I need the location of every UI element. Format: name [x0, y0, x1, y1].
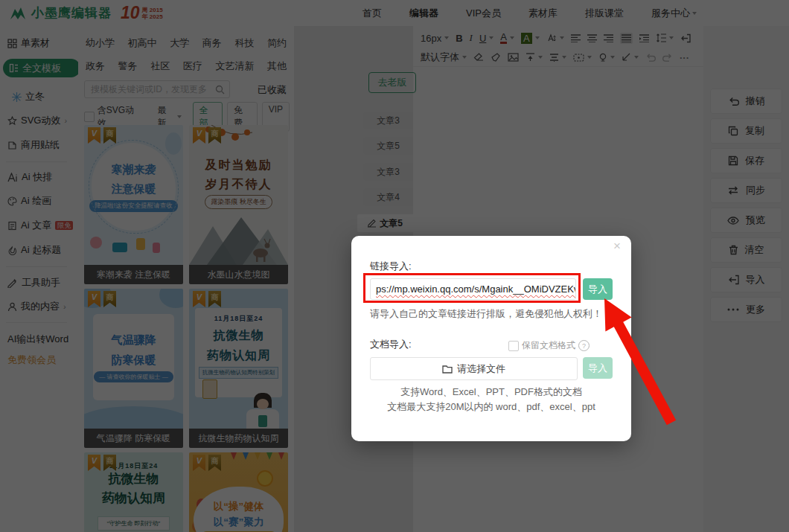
file-select-button[interactable]: 请选择文件: [370, 357, 578, 380]
annotation-highlight-box: [363, 273, 581, 303]
keep-format-checkbox[interactable]: [508, 341, 519, 351]
annotation-arrow: [582, 296, 680, 427]
link-import-hint: 请导入自己的文章链接进行排版，避免侵犯他人权利！: [370, 307, 602, 321]
close-icon[interactable]: ×: [613, 239, 621, 254]
link-import-label: 链接导入:: [370, 260, 412, 273]
folder-icon: [442, 365, 453, 374]
doc-import-label: 文档导入:: [370, 338, 412, 351]
keep-format-option: 保留文档格式 ?: [508, 339, 590, 352]
keep-format-label: 保留文档格式: [522, 339, 575, 352]
